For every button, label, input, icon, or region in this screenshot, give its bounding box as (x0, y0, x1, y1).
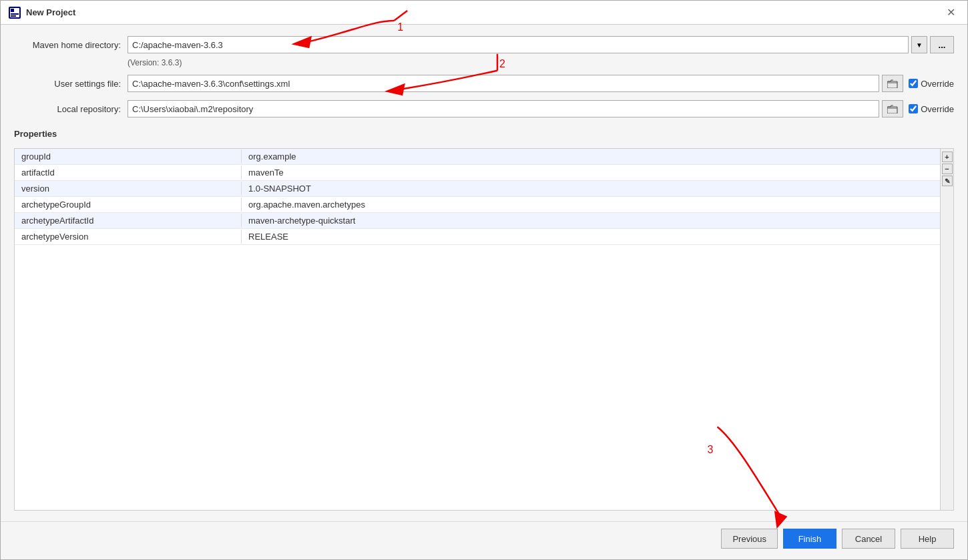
user-settings-row: User settings file: Override (14, 74, 954, 93)
add-property-btn[interactable]: + (942, 152, 953, 162)
local-repo-override-label: Override (921, 104, 954, 114)
title-bar-left: New Project (9, 7, 75, 19)
user-settings-browse-btn[interactable] (882, 75, 903, 92)
previous-button[interactable]: Previous (721, 529, 778, 549)
properties-table: groupId org.example artifactId mavenTe v… (14, 148, 954, 511)
svg-rect-4 (11, 15, 16, 17)
maven-home-input-wrapper: ▼ ... (128, 36, 954, 53)
prop-key: version (15, 182, 242, 196)
prop-key: artifactId (15, 166, 242, 180)
user-settings-input[interactable] (128, 75, 879, 92)
table-sidebar: + − ✎ (940, 149, 953, 510)
user-settings-override-label: Override (921, 79, 954, 89)
bottom-bar: Previous Finish Cancel Help (1, 521, 967, 559)
help-button[interactable]: Help (901, 529, 954, 549)
local-repo-input[interactable] (128, 100, 879, 117)
user-settings-input-wrapper: Override (128, 75, 954, 92)
table-row[interactable]: archetypeVersion RELEASE (15, 229, 953, 245)
close-button[interactable]: ✕ (943, 6, 959, 19)
prop-value: mavenTe (242, 166, 953, 180)
prop-key: archetypeArtifactId (15, 214, 242, 228)
title-bar: New Project ✕ (1, 1, 967, 25)
maven-home-row: Maven home directory: ▼ ... (14, 35, 954, 54)
local-repo-browse-btn[interactable] (882, 100, 903, 117)
prop-key: archetypeVersion (15, 230, 242, 244)
new-project-dialog: New Project ✕ Maven home directory: ▼ ..… (0, 0, 968, 560)
dialog-content: Maven home directory: ▼ ... (Version: 3.… (1, 25, 967, 521)
dialog-title: New Project (26, 7, 75, 17)
table-row[interactable]: groupId org.example (15, 149, 953, 165)
local-repo-row: Local repository: Override (14, 99, 954, 118)
edit-property-btn[interactable]: ✎ (942, 176, 953, 186)
maven-version-text: (Version: 3.6.3) (128, 58, 954, 67)
app-icon (9, 7, 21, 19)
table-row[interactable]: archetypeGroupId org.apache.maven.archet… (15, 197, 953, 213)
properties-body: groupId org.example artifactId mavenTe v… (15, 149, 953, 510)
remove-property-btn[interactable]: − (942, 164, 953, 174)
finish-button[interactable]: Finish (783, 529, 836, 549)
prop-value: maven-archetype-quickstart (242, 214, 953, 228)
prop-key: archetypeGroupId (15, 198, 242, 212)
properties-section-title: Properties (14, 129, 954, 142)
local-repo-input-wrapper: Override (128, 100, 954, 117)
maven-home-input[interactable] (128, 36, 909, 53)
prop-value: org.example (242, 150, 953, 164)
local-repo-override-checkbox[interactable] (909, 104, 918, 113)
svg-rect-3 (11, 13, 19, 15)
table-row[interactable]: archetypeArtifactId maven-archetype-quic… (15, 213, 953, 229)
maven-home-dropdown-btn[interactable]: ▼ (911, 36, 927, 53)
maven-home-browse-btn[interactable]: ... (930, 36, 954, 53)
maven-home-label: Maven home directory: (14, 40, 121, 50)
user-settings-label: User settings file: (14, 79, 121, 89)
prop-value: 1.0-SNAPSHOT (242, 182, 953, 196)
local-repo-label: Local repository: (14, 104, 121, 114)
svg-rect-2 (11, 9, 14, 12)
prop-value: RELEASE (242, 230, 953, 244)
prop-key: groupId (15, 150, 242, 164)
prop-value: org.apache.maven.archetypes (242, 198, 953, 212)
table-row[interactable]: artifactId mavenTe (15, 165, 953, 181)
table-row[interactable]: version 1.0-SNAPSHOT (15, 181, 953, 197)
cancel-button[interactable]: Cancel (842, 529, 895, 549)
local-repo-override-wrapper: Override (909, 104, 954, 114)
user-settings-override-checkbox[interactable] (909, 79, 918, 88)
user-settings-override-wrapper: Override (909, 79, 954, 89)
